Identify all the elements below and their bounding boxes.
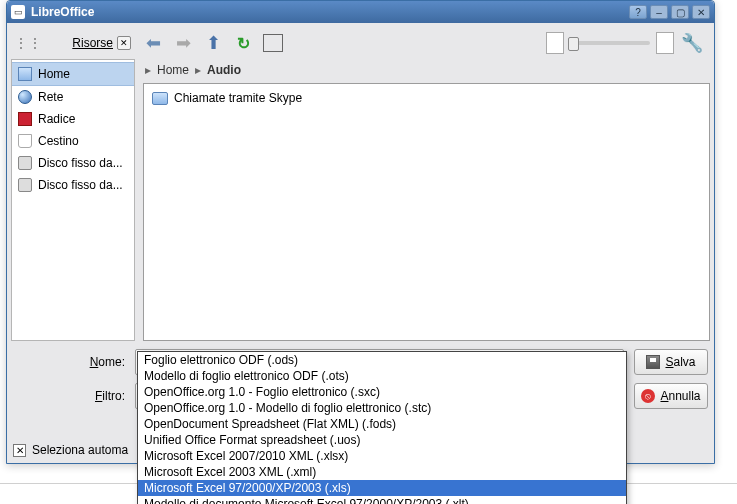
settings-button[interactable]: 🔧	[680, 31, 704, 55]
filter-option[interactable]: Unified Office Format spreadsheet (.uos)	[138, 432, 626, 448]
save-icon	[646, 355, 660, 369]
filter-option[interactable]: Microsoft Excel 97/2000/XP/2003 (.xls)	[138, 480, 626, 496]
back-button[interactable]: ⬅	[141, 31, 165, 55]
auto-extension-checkbox[interactable]: ✕	[13, 444, 26, 457]
places-item-label: Rete	[38, 90, 63, 104]
chevron-right-icon: ▸	[195, 63, 201, 77]
filter-option[interactable]: Foglio elettronico ODF (.ods)	[138, 352, 626, 368]
titlebar[interactable]: ▭ LibreOffice ? – ▢ ✕	[7, 1, 714, 23]
breadcrumb-current[interactable]: Audio	[207, 63, 241, 77]
disk-icon	[18, 178, 32, 192]
chevron-right-icon: ▸	[145, 63, 151, 77]
home-icon	[18, 67, 32, 81]
places-header: ⋮⋮ Risorse ✕	[11, 27, 135, 59]
filter-label: Filtro:	[13, 389, 135, 403]
preview-max-icon	[656, 32, 674, 54]
breadcrumb-home[interactable]: Home	[157, 63, 189, 77]
places-item-disco-fisso-da-[interactable]: Disco fisso da...	[12, 174, 134, 196]
toolbar: ⬅ ➡ ⬆ ↻ 🔧	[135, 27, 710, 59]
app-icon: ▭	[11, 5, 25, 19]
places-drag-icon[interactable]: ⋮⋮	[15, 36, 43, 50]
cancel-icon: ⦸	[641, 389, 655, 403]
filter-option[interactable]: OpenDocument Spreadsheet (Flat XML) (.fo…	[138, 416, 626, 432]
places-close-button[interactable]: ✕	[117, 36, 131, 50]
places-item-label: Disco fisso da...	[38, 178, 123, 192]
filter-option[interactable]: Modello di documento Microsoft Excel 97/…	[138, 496, 626, 504]
places-item-label: Disco fisso da...	[38, 156, 123, 170]
places-panel: HomeReteRadiceCestinoDisco fisso da...Di…	[11, 59, 135, 341]
preview-slider[interactable]	[570, 41, 650, 45]
auto-extension-label: Seleziona automa	[32, 443, 128, 457]
cancel-button[interactable]: ⦸ Annulla	[634, 383, 708, 409]
server-button[interactable]	[261, 31, 285, 55]
places-item-radice[interactable]: Radice	[12, 108, 134, 130]
filter-option[interactable]: Microsoft Excel 2007/2010 XML (.xlsx)	[138, 448, 626, 464]
file-item-label: Chiamate tramite Skype	[174, 91, 302, 105]
minimize-button[interactable]: –	[650, 5, 668, 19]
disk-icon	[18, 156, 32, 170]
root-icon	[18, 112, 32, 126]
filter-dropdown-list[interactable]: Foglio elettronico ODF (.ods)Modello di …	[137, 351, 627, 504]
save-button[interactable]: Salva	[634, 349, 708, 375]
globe-icon	[18, 90, 32, 104]
preview-min-icon	[546, 32, 564, 54]
places-item-home[interactable]: Home	[12, 62, 134, 86]
places-item-label: Cestino	[38, 134, 79, 148]
folder-icon	[152, 92, 168, 105]
filter-option[interactable]: Modello di foglio elettronico ODF (.ots)	[138, 368, 626, 384]
file-item[interactable]: Chiamate tramite Skype	[148, 88, 705, 108]
breadcrumb: ▸ Home ▸ Audio	[143, 59, 710, 83]
forward-button[interactable]: ➡	[171, 31, 195, 55]
trash-icon	[18, 134, 32, 148]
name-label: Nome:	[13, 355, 135, 369]
help-button[interactable]: ?	[629, 5, 647, 19]
up-button[interactable]: ⬆	[201, 31, 225, 55]
window-title: LibreOffice	[31, 5, 629, 19]
close-button[interactable]: ✕	[692, 5, 710, 19]
maximize-button[interactable]: ▢	[671, 5, 689, 19]
filter-option[interactable]: OpenOffice.org 1.0 - Foglio elettronico …	[138, 384, 626, 400]
filter-option[interactable]: OpenOffice.org 1.0 - Modello di foglio e…	[138, 400, 626, 416]
places-item-label: Radice	[38, 112, 75, 126]
filter-option[interactable]: Microsoft Excel 2003 XML (.xml)	[138, 464, 626, 480]
file-list[interactable]: Chiamate tramite Skype	[143, 83, 710, 341]
places-item-rete[interactable]: Rete	[12, 86, 134, 108]
reload-button[interactable]: ↻	[231, 31, 255, 55]
places-item-label: Home	[38, 67, 70, 81]
places-label: Risorse	[47, 36, 113, 50]
places-item-cestino[interactable]: Cestino	[12, 130, 134, 152]
places-item-disco-fisso-da-[interactable]: Disco fisso da...	[12, 152, 134, 174]
